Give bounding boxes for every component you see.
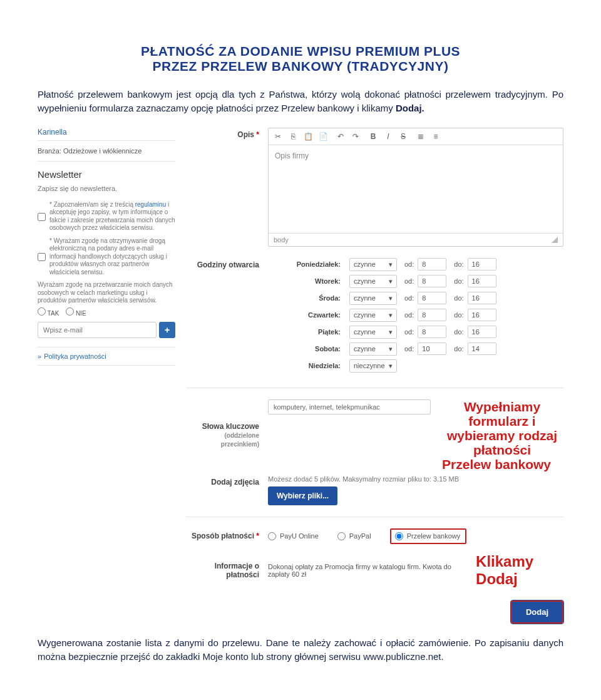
- checkbox-terms[interactable]: [38, 202, 46, 232]
- radio-no[interactable]: NIE: [66, 310, 86, 317]
- hours-to-input[interactable]: [468, 342, 496, 355]
- newsletter-add-button[interactable]: +: [159, 322, 175, 338]
- hours-to-label: do:: [454, 260, 463, 268]
- chevron-down-icon: ▾: [389, 294, 393, 302]
- hours-to-input[interactable]: [468, 258, 496, 270]
- checkbox-marketing[interactable]: [38, 238, 46, 277]
- doc-title-line2: PRZEZ PRZELEW BANKOWY (TRADYCYJNY): [38, 59, 563, 74]
- hours-day-label: Niedziela:: [268, 362, 349, 369]
- keywords-input[interactable]: [268, 399, 431, 414]
- hours-day-label: Wtorek:: [268, 277, 349, 285]
- payment-info-text: Dokonaj opłaty za Promocja firmy w katal…: [268, 563, 457, 578]
- bold-icon[interactable]: B: [367, 131, 379, 142]
- intro-paragraph: Płatność przelewem bankowym jest opcją d…: [38, 88, 563, 115]
- hours-status-select[interactable]: czynne▾: [349, 258, 397, 271]
- paste-plain-icon[interactable]: 📄: [317, 131, 329, 142]
- terms-link[interactable]: regulaminu: [135, 201, 166, 208]
- undo-icon[interactable]: ↶: [335, 131, 346, 142]
- resize-grip-icon[interactable]: [552, 237, 558, 243]
- hours-to-label: do:: [454, 294, 463, 302]
- italic-icon[interactable]: I: [383, 131, 394, 142]
- upload-button[interactable]: Wybierz pliki...: [268, 486, 337, 505]
- submit-button[interactable]: Dodaj: [511, 600, 563, 624]
- sidebar: Karinella Branża: Odzieżowe i włókiennic…: [38, 128, 175, 624]
- hours-from-input[interactable]: [418, 292, 446, 304]
- hours-from-input[interactable]: [418, 258, 446, 270]
- intro-text: Płatność przelewem bankowym jest opcją d…: [38, 89, 563, 113]
- pay-option-paypal[interactable]: PayPal: [337, 532, 371, 540]
- branch-value: Odzieżowe i włókiennicze: [63, 147, 141, 155]
- branch-row: Branża: Odzieżowe i włókiennicze: [38, 143, 175, 162]
- hours-from-input[interactable]: [418, 342, 446, 355]
- newsletter-email-input[interactable]: [38, 322, 157, 338]
- rich-text-editor: ✂ ⎘ 📋 📄 ↶ ↷ B I: [268, 128, 563, 247]
- row-photos: Dodaj zdjęcia Możesz dodać 5 plików. Mak…: [187, 475, 563, 505]
- breadcrumb[interactable]: Karinella: [38, 128, 175, 141]
- pay-option-bank-transfer[interactable]: Przelew bankowy: [390, 528, 467, 544]
- outro-paragraph: Wygenerowana zostanie lista z danymi do …: [38, 636, 563, 664]
- consent-text-2: * Wyrażam zgodę na otrzymywanie drogą el…: [49, 237, 175, 277]
- hours-to-input[interactable]: [468, 275, 496, 287]
- upload-note: Możesz dodać 5 plików. Maksymalny rozmia…: [268, 475, 563, 483]
- label-payment-info: Informacje o płatności: [187, 562, 268, 579]
- annotation-fill-form: Wypełniamy formularz i wybieramy rodzaj …: [441, 399, 563, 471]
- chevron-down-icon: ▾: [389, 328, 393, 336]
- hours-day-row: Środa:czynne▾od:do:: [268, 292, 563, 305]
- redo-icon[interactable]: ↷: [350, 131, 361, 142]
- embedded-ui: Karinella Branża: Odzieżowe i włókiennic…: [38, 128, 563, 624]
- consent-checkbox-1: * Zapoznałem/am się z treścią regulaminu…: [38, 198, 175, 235]
- hours-status-select[interactable]: czynne▾: [349, 275, 397, 288]
- hours-from-input[interactable]: [418, 275, 446, 287]
- hours-from-input[interactable]: [418, 309, 446, 321]
- hours-to-input[interactable]: [468, 292, 496, 304]
- rte-textarea[interactable]: Opis firmy: [269, 145, 563, 233]
- paste-icon[interactable]: 📋: [302, 131, 314, 142]
- ordered-list-icon[interactable]: ≡: [430, 131, 441, 142]
- hours-day-label: Sobota:: [268, 345, 349, 353]
- bullet-list-icon[interactable]: ≣: [415, 131, 426, 142]
- hours-status-select[interactable]: czynne▾: [349, 342, 397, 356]
- hours-status-select[interactable]: czynne▾: [349, 326, 397, 339]
- hours-day-row: Poniedziałek:czynne▾od:do:: [268, 258, 563, 271]
- label-photos: Dodaj zdjęcia: [187, 475, 268, 486]
- consent-note: Wyrażam zgodę na przetwarzanie moich dan…: [38, 279, 175, 306]
- annotation-click-add: Klikamy Dodaj: [476, 553, 563, 588]
- hours-day-label: Czwartek:: [268, 311, 349, 319]
- hours-from-label: od:: [404, 277, 414, 285]
- hours-to-label: do:: [454, 328, 463, 336]
- row-payment-info: Informacje o płatności Dokonaj opłaty za…: [187, 553, 563, 588]
- hours-day-row: Czwartek:czynne▾od:do:: [268, 309, 563, 322]
- privacy-policy-link[interactable]: »Polityka prywatności: [38, 347, 175, 366]
- copy-icon[interactable]: ⎘: [287, 131, 299, 142]
- hours-to-input[interactable]: [468, 309, 496, 321]
- hours-day-row: Niedziela:nieczynne▾: [268, 359, 563, 373]
- chevron-down-icon: ▾: [389, 362, 393, 370]
- hours-status-select[interactable]: czynne▾: [349, 292, 397, 305]
- consent-text-1: * Zapoznałem/am się z treścią regulaminu…: [49, 201, 175, 232]
- intro-bold: Dodaj.: [396, 103, 424, 113]
- chevron-down-icon: ▾: [389, 260, 393, 269]
- hours-from-input[interactable]: [418, 326, 446, 338]
- row-description: Opis * ✂ ⎘ 📋 📄 ↶: [187, 128, 563, 247]
- submit-row: Dodaj: [187, 600, 563, 624]
- row-keywords: Słowa kluczowe (oddzielone przecinkiem) …: [187, 399, 563, 471]
- consent-radio-row: TAK NIE: [38, 306, 175, 322]
- label-keywords: Słowa kluczowe (oddzielone przecinkiem): [187, 422, 268, 448]
- hours-day-row: Wtorek:czynne▾od:do:: [268, 275, 563, 288]
- hours-status-select[interactable]: czynne▾: [349, 309, 397, 322]
- strike-icon[interactable]: S: [398, 131, 409, 142]
- hours-to-label: do:: [454, 311, 463, 319]
- hours-from-label: od:: [404, 311, 414, 319]
- newsletter-email-row: +: [38, 322, 175, 338]
- cut-icon[interactable]: ✂: [272, 131, 284, 142]
- hours-to-input[interactable]: [468, 326, 496, 338]
- doc-title-block: PŁATNOŚĆ ZA DODANIE WPISU PREMIUM PLUS P…: [38, 44, 563, 74]
- hours-day-row: Piątek:czynne▾od:do:: [268, 326, 563, 339]
- row-hours: Godziny otwarcia Poniedziałek:czynne▾od:…: [187, 258, 563, 376]
- hours-status-select[interactable]: nieczynne▾: [349, 359, 397, 373]
- label-hours: Godziny otwarcia: [187, 258, 268, 269]
- radio-yes[interactable]: TAK: [38, 310, 59, 317]
- pay-option-payu[interactable]: PayU Online: [268, 532, 319, 540]
- chevron-down-icon: ▾: [389, 345, 393, 353]
- chevron-down-icon: ▾: [389, 277, 393, 286]
